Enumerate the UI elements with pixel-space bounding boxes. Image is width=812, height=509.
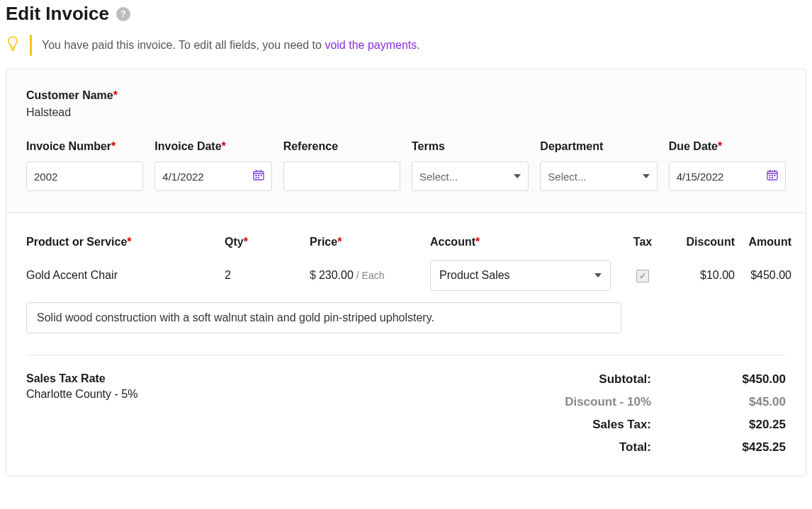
required-mark: * <box>222 140 226 152</box>
label-text: Price <box>310 236 337 248</box>
sales-tax-rate-label: Sales Tax Rate <box>26 372 137 385</box>
svg-rect-5 <box>260 170 261 172</box>
discount-value: $45.00 <box>680 395 786 409</box>
label-text: Invoice Date <box>154 140 221 152</box>
label-text: Account <box>430 236 475 248</box>
col-amount-label: Amount <box>735 236 791 248</box>
col-product-label: Product or Service* <box>26 236 225 248</box>
due-date-value: 4/15/2022 <box>677 171 724 183</box>
discount-label: Discount - 10% <box>565 395 651 409</box>
lightbulb-icon <box>6 35 20 55</box>
total-label: Total: <box>565 440 651 454</box>
line-item-row: Gold Accent Chair 2 $ 230.00 / Each Prod… <box>26 254 786 302</box>
invoice-number-label: Invoice Number* <box>26 140 143 153</box>
svg-rect-18 <box>769 177 770 178</box>
invoice-number-input[interactable] <box>26 161 143 191</box>
total-value: $425.25 <box>680 440 786 454</box>
svg-rect-16 <box>772 175 773 176</box>
svg-rect-19 <box>772 177 773 178</box>
terms-label: Terms <box>412 140 529 153</box>
invoice-date-label: Invoice Date* <box>154 140 271 153</box>
svg-rect-8 <box>260 175 261 176</box>
svg-rect-6 <box>255 175 256 176</box>
due-date-label: Due Date* <box>669 140 786 153</box>
void-payments-link[interactable]: void the payments. <box>325 39 419 51</box>
calendar-icon[interactable] <box>253 170 264 183</box>
col-price-label: Price* <box>310 236 430 248</box>
col-account-label: Account* <box>430 236 621 248</box>
svg-rect-4 <box>256 170 257 172</box>
page-title: Edit Invoice <box>6 3 109 25</box>
chevron-down-icon <box>514 174 521 178</box>
invoice-date-input[interactable]: 4/1/2022 <box>154 161 271 191</box>
tip-text-prefix: You have paid this invoice. To edit all … <box>42 39 325 51</box>
due-date-input[interactable]: 4/15/2022 <box>669 161 786 191</box>
department-value: Select... <box>548 171 586 183</box>
checkmark-icon: ✓ <box>639 272 646 280</box>
label-text: Invoice Number <box>26 140 111 152</box>
account-value: Product Sales <box>439 269 510 282</box>
tip-text: You have paid this invoice. To edit all … <box>42 39 420 52</box>
col-tax-label: Tax <box>621 236 664 248</box>
svg-rect-13 <box>769 170 771 172</box>
department-label: Department <box>540 140 657 153</box>
customer-name-label: Customer Name* <box>26 89 786 102</box>
svg-rect-17 <box>774 175 775 176</box>
svg-rect-9 <box>255 177 256 178</box>
terms-value: Select... <box>419 171 458 183</box>
col-qty-label: Qty* <box>225 236 310 248</box>
calendar-icon[interactable] <box>767 170 778 183</box>
line-item-qty: 2 <box>225 269 310 282</box>
required-mark: * <box>113 89 118 101</box>
sales-tax-rate-value: Charlotte County - 5% <box>26 388 137 401</box>
chevron-down-icon <box>643 174 650 178</box>
required-mark: * <box>111 140 115 152</box>
info-tip-bar: You have paid this invoice. To edit all … <box>6 29 806 69</box>
line-item-amount: $450.00 <box>735 269 791 282</box>
required-mark: * <box>475 236 480 248</box>
line-item-description[interactable]: Solid wood construction with a soft waln… <box>26 302 621 333</box>
svg-rect-15 <box>769 175 770 176</box>
salestax-value: $20.25 <box>680 418 786 432</box>
terms-select[interactable]: Select... <box>412 161 529 191</box>
subtotal-label: Subtotal: <box>565 372 651 387</box>
required-mark: * <box>244 236 248 248</box>
subtotal-value: $450.00 <box>680 372 786 387</box>
chevron-down-icon <box>594 273 602 278</box>
price-currency: $ <box>310 269 316 282</box>
reference-label: Reference <box>283 140 400 153</box>
label-text: Due Date <box>669 140 718 152</box>
separator <box>26 355 786 355</box>
line-item-product: Gold Accent Chair <box>26 269 225 282</box>
invoice-date-value: 4/1/2022 <box>162 171 203 183</box>
account-select[interactable]: Product Sales <box>430 260 611 291</box>
customer-name-value: Halstead <box>26 106 786 119</box>
col-discount-label: Discount <box>664 236 735 248</box>
svg-rect-7 <box>258 175 259 176</box>
price-value: 230.00 <box>319 269 354 282</box>
help-icon[interactable]: ? <box>116 7 130 21</box>
required-mark: * <box>337 236 342 248</box>
label-text: Product or Service <box>26 236 127 248</box>
totals-block: Subtotal: $450.00 Discount - 10% $45.00 … <box>565 372 786 454</box>
line-item-discount: $10.00 <box>664 269 735 282</box>
tax-checkbox[interactable]: ✓ <box>636 270 649 282</box>
tip-divider <box>30 35 32 56</box>
reference-input[interactable] <box>283 161 400 191</box>
label-text: Customer Name <box>26 89 113 101</box>
svg-rect-10 <box>258 177 259 178</box>
svg-rect-14 <box>774 170 775 172</box>
salestax-label: Sales Tax: <box>565 418 651 432</box>
label-text: Qty <box>225 236 244 248</box>
department-select[interactable]: Select... <box>540 161 657 191</box>
required-mark: * <box>718 140 722 152</box>
price-unit: / Each <box>356 270 385 281</box>
required-mark: * <box>127 236 131 248</box>
